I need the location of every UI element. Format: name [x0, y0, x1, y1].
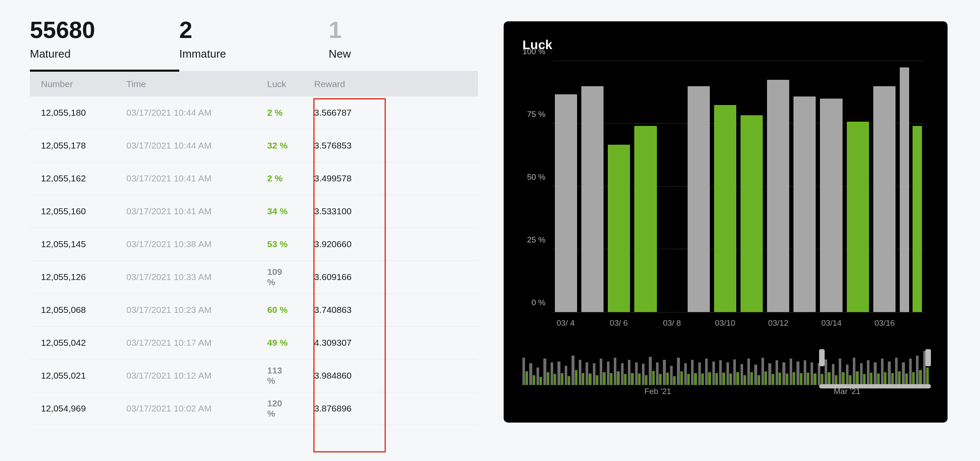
chart-bar[interactable] — [820, 99, 842, 312]
cell-luck: 34 % — [256, 206, 303, 216]
tab-count: 2 — [179, 17, 329, 43]
chart-bar[interactable] — [555, 94, 577, 312]
table-row[interactable]: 12,055,14503/17/2021 10:38 AM53 %3.92066… — [30, 228, 478, 261]
cell-number: 12,055,042 — [30, 338, 115, 348]
table-row[interactable]: 12,055,17803/17/2021 10:44 AM32 %3.57685… — [30, 129, 478, 162]
chart-range-selector[interactable]: Feb '21 Mar '21 — [522, 351, 929, 398]
cell-reward: 3.984860 — [303, 371, 376, 381]
tab-label: New — [329, 47, 478, 61]
cell-number: 12,055,178 — [30, 140, 115, 151]
y-tick-label: 100 % — [522, 47, 552, 56]
table-row[interactable]: 12,055,16003/17/2021 10:41 AM34 %3.53310… — [30, 195, 478, 228]
x-tick-label: 03/ 6 — [606, 318, 632, 334]
chart-bar[interactable] — [581, 86, 604, 312]
tab-count: 55680 — [30, 17, 179, 43]
header-luck: Luck — [256, 79, 303, 89]
x-tick-label — [898, 318, 925, 334]
chart-bar[interactable] — [741, 115, 763, 312]
x-tick-label — [685, 318, 712, 334]
x-tick-label — [845, 318, 871, 334]
tab-label: Matured — [30, 47, 179, 61]
header-reward: Reward — [303, 79, 376, 89]
x-tick-label: 03/ 8 — [659, 318, 685, 334]
cell-number: 12,055,021 — [30, 371, 115, 381]
cell-luck: 49 % — [256, 338, 303, 348]
x-tick-label: 03/ 4 — [552, 318, 579, 334]
table-row[interactable]: 12,055,02103/17/2021 10:12 AM113 %3.9848… — [30, 359, 478, 392]
cell-luck: 109 % — [256, 267, 303, 287]
cell-luck: 32 % — [256, 140, 303, 151]
mini-x-label: Feb '21 — [645, 387, 671, 398]
chart-bar[interactable] — [873, 86, 895, 312]
cell-time: 03/17/2021 10:02 AM — [115, 403, 256, 414]
chart-bar[interactable] — [608, 145, 630, 312]
cell-time: 03/17/2021 10:44 AM — [115, 140, 256, 151]
cell-time: 03/17/2021 10:44 AM — [115, 108, 256, 118]
cell-time: 03/17/2021 10:41 AM — [115, 206, 256, 216]
cell-time: 03/17/2021 10:33 AM — [115, 272, 256, 282]
tab-immature[interactable]: 2Immature — [179, 17, 329, 71]
x-tick-label — [738, 318, 765, 334]
header-time: Time — [115, 79, 256, 89]
cell-reward: 4.309307 — [303, 338, 376, 348]
chart-bar[interactable] — [767, 80, 789, 312]
chart-title: Luck — [522, 38, 929, 52]
tabs: 55680Matured2Immature1New — [30, 17, 478, 72]
chart-bar[interactable] — [714, 105, 736, 312]
tab-matured[interactable]: 55680Matured — [30, 17, 179, 71]
cell-number: 12,055,180 — [30, 108, 115, 118]
chart-bar[interactable] — [688, 86, 710, 312]
x-tick-label: 03/12 — [765, 318, 791, 334]
range-handle-left[interactable] — [819, 349, 825, 366]
tab-label: Immature — [179, 47, 329, 61]
cell-luck: 113 % — [256, 365, 303, 386]
x-tick-label — [632, 318, 659, 334]
y-tick-label: 0 % — [531, 298, 552, 307]
cell-time: 03/17/2021 10:41 AM — [115, 173, 256, 184]
tab-new[interactable]: 1New — [329, 17, 478, 71]
cell-luck: 60 % — [256, 305, 303, 315]
cell-number: 12,054,969 — [30, 403, 115, 414]
header-number: Number — [30, 79, 115, 89]
table-row[interactable]: 12,055,12603/17/2021 10:33 AM109 %3.6091… — [30, 261, 478, 294]
x-tick-label: 03/16 — [871, 318, 898, 334]
cell-time: 03/17/2021 10:17 AM — [115, 338, 256, 348]
cell-reward: 3.920660 — [303, 239, 376, 249]
x-tick-label: 03/14 — [818, 318, 845, 334]
y-tick-label: 75 % — [527, 110, 552, 119]
cell-number: 12,055,160 — [30, 206, 115, 216]
range-handle-right[interactable] — [925, 349, 931, 366]
cell-number: 12,055,162 — [30, 173, 115, 184]
chart-plot-area[interactable]: 0 %25 %50 %75 %100 % — [552, 61, 925, 312]
cell-reward: 3.576853 — [303, 140, 376, 151]
y-tick-label: 50 % — [527, 172, 552, 182]
table-header: Number Time Luck Reward — [30, 72, 478, 96]
cell-reward: 3.533100 — [303, 206, 376, 216]
cell-luck: 2 % — [256, 108, 303, 118]
table-row[interactable]: 12,055,06803/17/2021 10:23 AM60 %3.74086… — [30, 294, 478, 327]
blocks-table: Number Time Luck Reward 12,055,18003/17/… — [30, 72, 478, 425]
cell-reward: 3.566787 — [303, 108, 376, 118]
chart-bar[interactable] — [847, 122, 869, 312]
cell-number: 12,055,068 — [30, 305, 115, 315]
range-selection-bar[interactable] — [819, 384, 931, 388]
chart-bar[interactable] — [913, 126, 922, 312]
x-tick-label — [579, 318, 605, 334]
chart-bar[interactable] — [793, 96, 816, 312]
cell-time: 03/17/2021 10:38 AM — [115, 239, 256, 249]
table-row[interactable]: 12,055,18003/17/2021 10:44 AM2 %3.566787 — [30, 96, 478, 129]
table-row[interactable]: 12,055,04203/17/2021 10:17 AM49 %4.30930… — [30, 327, 478, 359]
cell-luck: 120 % — [256, 398, 303, 419]
chart-bar[interactable] — [634, 126, 656, 312]
table-row[interactable]: 12,054,96903/17/2021 10:02 AM120 %3.8768… — [30, 392, 478, 425]
cell-reward: 3.876896 — [303, 403, 376, 414]
x-tick-label — [792, 318, 818, 334]
table-row[interactable]: 12,055,16203/17/2021 10:41 AM2 %3.499578 — [30, 162, 478, 195]
chart-x-axis: 03/ 403/ 603/ 803/1003/1203/1403/16 — [552, 312, 925, 334]
chart-bar[interactable] — [900, 67, 909, 312]
luck-chart-card: Luck 0 %25 %50 %75 %100 % 03/ 403/ 603/ … — [504, 21, 948, 423]
cell-luck: 53 % — [256, 239, 303, 249]
x-tick-label: 03/10 — [712, 318, 738, 334]
cell-reward: 3.740863 — [303, 305, 376, 315]
cell-luck: 2 % — [256, 173, 303, 184]
